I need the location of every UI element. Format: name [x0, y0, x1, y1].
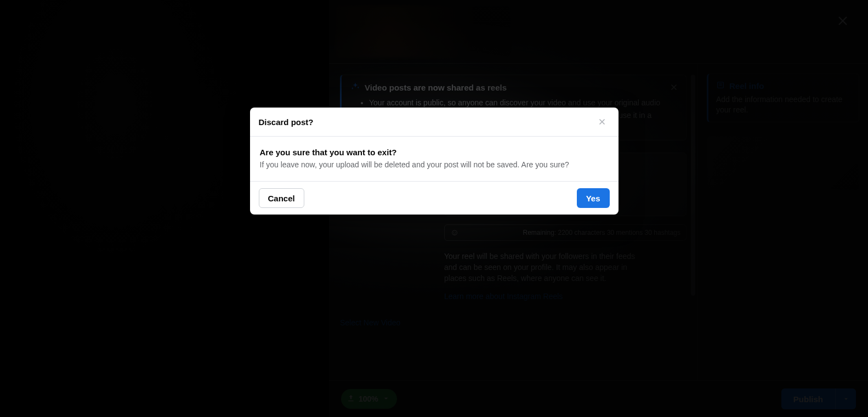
dialog-close-button[interactable] — [594, 114, 610, 129]
dialog-subtext: If you leave now, your upload will be de… — [260, 160, 609, 169]
dialog-title: Discard post? — [259, 117, 314, 127]
modal-overlay[interactable]: Discard post? Are you sure that you want… — [0, 0, 868, 417]
dialog-header: Discard post? — [250, 108, 619, 137]
dialog-question: Are you sure that you want to exit? — [260, 148, 609, 157]
discard-post-dialog: Discard post? Are you sure that you want… — [250, 108, 619, 215]
cancel-button[interactable]: Cancel — [259, 188, 304, 208]
dialog-footer: Cancel Yes — [250, 181, 619, 215]
yes-button[interactable]: Yes — [577, 188, 610, 208]
dialog-body: Are you sure that you want to exit? If y… — [250, 137, 619, 181]
